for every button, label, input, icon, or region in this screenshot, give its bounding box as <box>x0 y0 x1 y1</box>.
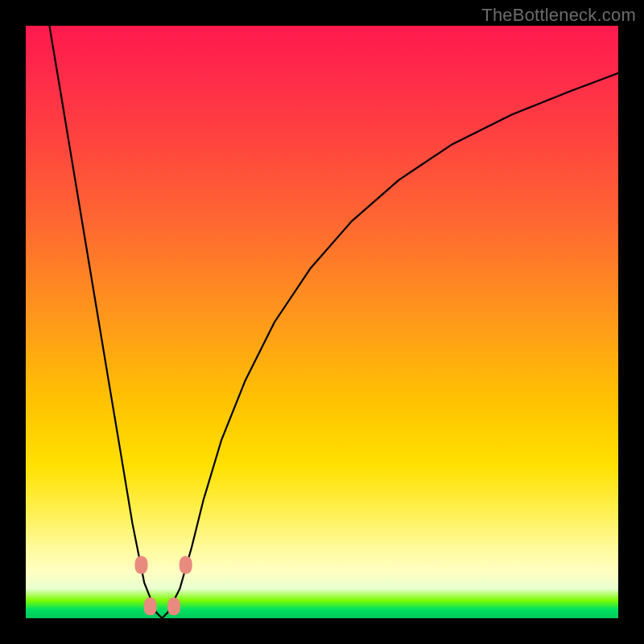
bottleneck-curve-path <box>49 26 618 618</box>
valley-marker-left-lower <box>144 597 157 615</box>
curve-layer <box>26 26 618 618</box>
valley-marker-left-upper <box>135 556 148 574</box>
chart-frame: TheBottleneck.com <box>0 0 644 644</box>
bottleneck-curve <box>49 26 618 618</box>
valley-marker-right-upper <box>180 556 192 574</box>
watermark-text: TheBottleneck.com <box>481 5 636 26</box>
valley-marker-right-lower <box>167 597 180 615</box>
valley-markers <box>135 556 192 616</box>
plot-area <box>26 26 618 618</box>
